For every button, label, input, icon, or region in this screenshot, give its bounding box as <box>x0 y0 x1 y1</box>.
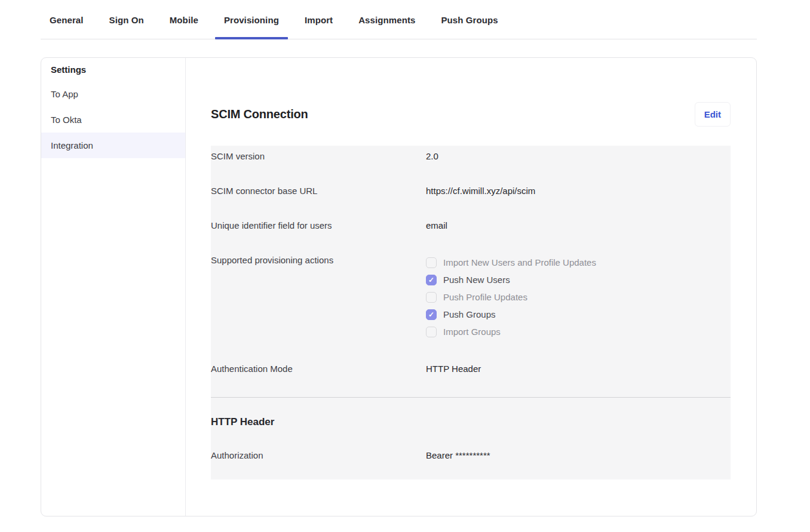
field-label: SCIM connector base URL <box>211 184 426 197</box>
option-label: Import New Users and Profile Updates <box>443 256 596 269</box>
checkbox[interactable]: ✓ <box>426 275 437 285</box>
page-content: General Sign On Mobile Provisioning Impo… <box>41 0 757 516</box>
field-unique-identifier: Unique identifier field for users email <box>211 219 731 232</box>
option-import-groups[interactable]: ✓ Import Groups <box>426 323 596 340</box>
scim-connection-title: SCIM Connection <box>211 107 308 121</box>
provisioning-actions-list: ✓ Import New Users and Profile Updates ✓… <box>426 254 596 340</box>
option-label: Push Profile Updates <box>443 291 527 303</box>
tab-push-groups[interactable]: Push Groups <box>432 0 507 39</box>
app-tab-bar: General Sign On Mobile Provisioning Impo… <box>41 0 757 39</box>
field-value: 2.0 <box>426 150 438 162</box>
field-value: https://cf.wimill.xyz/api/scim <box>426 184 535 197</box>
option-label: Import Groups <box>443 325 501 338</box>
scim-section-header: SCIM Connection Edit <box>211 100 731 128</box>
field-authorization: Authorization Bearer ********** <box>211 449 731 462</box>
field-scim-base-url: SCIM connector base URL https://cf.wimil… <box>211 184 731 197</box>
option-import-new-users[interactable]: ✓ Import New Users and Profile Updates <box>426 254 596 271</box>
field-label: Unique identifier field for users <box>211 219 426 232</box>
option-label: Push New Users <box>443 273 510 286</box>
sidebar-item-integration[interactable]: Integration <box>41 133 185 158</box>
tab-provisioning[interactable]: Provisioning <box>215 0 288 39</box>
settings-sidebar: Settings To App To Okta Integration <box>41 58 186 516</box>
checkmark-icon: ✓ <box>428 276 434 283</box>
tab-assignments[interactable]: Assignments <box>349 0 424 39</box>
option-push-new-users[interactable]: ✓ Push New Users <box>426 271 596 288</box>
tab-sign-on[interactable]: Sign On <box>100 0 153 39</box>
sidebar-item-to-okta[interactable]: To Okta <box>41 107 185 133</box>
sidebar-item-to-app[interactable]: To App <box>41 81 185 107</box>
field-authentication-mode: Authentication Mode HTTP Header <box>211 362 731 375</box>
checkmark-icon: ✓ <box>428 310 434 318</box>
tab-general[interactable]: General <box>41 0 93 39</box>
field-provisioning-actions: Supported provisioning actions ✓ Import … <box>211 254 731 340</box>
scim-settings-block: SCIM version 2.0 SCIM connector base URL… <box>211 146 731 479</box>
option-label: Push Groups <box>443 308 496 321</box>
checkbox[interactable]: ✓ <box>426 309 437 320</box>
checkbox[interactable]: ✓ <box>426 327 437 337</box>
field-label: Authorization <box>211 449 426 462</box>
checkbox[interactable]: ✓ <box>426 292 437 303</box>
field-value: HTTP Header <box>426 362 481 375</box>
field-label: SCIM version <box>211 150 426 162</box>
provisioning-panel: Settings To App To Okta Integration SCIM… <box>41 57 757 516</box>
field-value: Bearer ********** <box>426 449 490 462</box>
http-header-title: HTTP Header <box>211 398 731 428</box>
sidebar-header: Settings <box>41 58 185 81</box>
edit-button[interactable]: Edit <box>695 102 731 127</box>
checkbox[interactable]: ✓ <box>426 257 437 268</box>
tab-mobile[interactable]: Mobile <box>161 0 207 39</box>
field-value: email <box>426 219 447 232</box>
field-label: Authentication Mode <box>211 362 426 375</box>
option-push-profile-updates[interactable]: ✓ Push Profile Updates <box>426 288 596 306</box>
integration-main: SCIM Connection Edit SCIM version 2.0 SC… <box>186 58 756 516</box>
field-scim-version: SCIM version 2.0 <box>211 150 731 162</box>
field-label: Supported provisioning actions <box>211 254 426 266</box>
option-push-groups[interactable]: ✓ Push Groups <box>426 306 596 323</box>
tab-import[interactable]: Import <box>296 0 342 39</box>
